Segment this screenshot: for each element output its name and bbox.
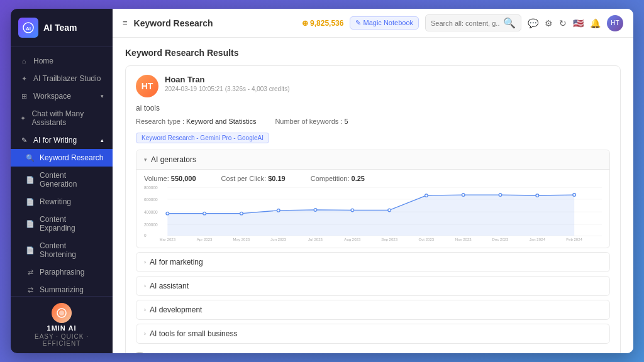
sidebar-item-paraphrasing-label: Paraphrasing [40, 268, 84, 277]
svg-marker-14 [167, 195, 574, 236]
svg-text:Mar 2023: Mar 2023 [160, 238, 176, 241]
settings-icon[interactable]: ⚙ [545, 18, 553, 28]
svg-point-20 [351, 209, 354, 212]
delete-label: Delete [147, 353, 167, 353]
content-gen-icon: 📄 [26, 176, 35, 184]
svg-point-26 [573, 194, 576, 197]
sidebar-item-chat-many-label: Chat with Many Assistants [31, 109, 104, 127]
keywords-value: 5 [344, 118, 348, 125]
sidebar-item-keyword-label: Keyword Research [40, 153, 103, 162]
credits-display: ⊕ 9,825,536 [302, 19, 344, 28]
sidebar-item-expanding-label: Content Expanding [40, 215, 104, 233]
chart-title: AI generators [151, 155, 196, 164]
menu-icon[interactable]: ≡ [123, 18, 128, 28]
delete-row[interactable]: Delete [136, 348, 610, 353]
svg-text:Aug 2023: Aug 2023 [344, 238, 361, 241]
flag-icon[interactable]: 🇺🇸 [573, 18, 584, 28]
svg-text:Feb 2024: Feb 2024 [566, 238, 582, 241]
workspace-chevron: ▾ [101, 93, 104, 99]
sidebar-item-content-gen[interactable]: 📄 Content Generation [11, 167, 113, 193]
content-shortening-icon: 📄 [26, 246, 35, 255]
page-title: Keyword Research Results [125, 48, 621, 58]
search-input[interactable] [431, 19, 500, 27]
sidebar-item-home[interactable]: ⌂ Home [11, 52, 113, 70]
sidebar-item-content-expanding[interactable]: 📄 Content Expanding [11, 211, 113, 237]
sidebar: AI AI Team ⌂ Home ✦ AI Trailblazer Studi… [11, 9, 113, 353]
summarizing-icon: ⇄ [26, 286, 35, 294]
collapsed-label-small-business: AI tools for small business [150, 329, 237, 338]
sidebar-item-summarizing[interactable]: ⇄ Summarizing [11, 281, 113, 296]
svg-text:Nov 2023: Nov 2023 [455, 238, 472, 241]
collapsed-header-ai-development[interactable]: › AI development [136, 300, 609, 319]
sidebar-section-writing[interactable]: ✎ AI for Writing ▴ [11, 131, 113, 149]
sidebar-item-trailblazer[interactable]: ✦ AI Trailblazer Studio [11, 70, 113, 87]
sidebar-item-chat-many[interactable]: ✦ Chat with Many Assistants [11, 105, 113, 131]
svg-text:May 2023: May 2023 [233, 238, 250, 241]
footer-tagline: EASY · QUICK · EFFICIENT [17, 333, 106, 347]
refresh-icon[interactable]: ↻ [559, 18, 567, 28]
sidebar-logo[interactable]: AI AI Team [11, 9, 113, 47]
trailblazer-icon: ✦ [19, 75, 28, 83]
sidebar-item-workspace-label: Workspace [33, 92, 71, 101]
svg-text:0: 0 [144, 233, 147, 238]
svg-point-18 [277, 209, 280, 212]
svg-point-21 [388, 209, 391, 212]
chart-chevron-icon: ▾ [144, 156, 147, 163]
content-expanding-icon: 📄 [26, 220, 35, 228]
svg-point-24 [499, 194, 502, 197]
collapsed-section-ai-development: › AI development [136, 300, 610, 320]
result-query: ai tools [136, 104, 610, 112]
magic-notebook-button[interactable]: ✎ Magic Notebook [350, 16, 419, 30]
sidebar-brand-title: AI Team [43, 23, 77, 33]
collapsed-label-assistant: AI assistant [150, 282, 189, 290]
collapsed-header-ai-small-business[interactable]: › AI tools for small business [136, 324, 609, 343]
chat-icon[interactable]: 💬 [528, 18, 538, 28]
result-username: Hoan Tran [165, 75, 610, 84]
svg-point-23 [462, 194, 465, 197]
user-avatar[interactable]: HT [607, 15, 623, 31]
sidebar-item-keyword-research[interactable]: 🔍 Keyword Research [11, 149, 113, 167]
home-icon: ⌂ [19, 57, 28, 65]
chart-section-ai-generators: ▾ AI generators Volume: 550,000 Cost per… [136, 150, 610, 248]
volume-value: 550,000 [171, 175, 196, 182]
svg-text:Apr 2023: Apr 2023 [197, 238, 213, 241]
sidebar-item-paraphrasing[interactable]: ⇄ Paraphrasing [11, 263, 113, 281]
writing-chevron: ▴ [101, 137, 104, 143]
writing-icon: ✎ [19, 136, 28, 145]
sidebar-item-content-shortening[interactable]: 📄 Content Shortening [11, 237, 113, 263]
svg-point-15 [166, 212, 169, 215]
topbar: ≡ Keyword Research ⊕ 9,825,536 ✎ Magic N… [113, 9, 633, 38]
sidebar-item-home-label: Home [33, 57, 53, 65]
collapsed-header-ai-assistant[interactable]: › AI assistant [136, 277, 609, 295]
collapsed-header-ai-marketing[interactable]: › AI for marketing [136, 253, 609, 272]
result-avatar: HT [136, 75, 158, 97]
result-meta: 2024-03-19 10:05:21 (3.326s - 4,003 cred… [165, 85, 610, 92]
collapsed-section-ai-marketing: › AI for marketing [136, 252, 610, 272]
sidebar-item-shortening-label: Content Shortening [40, 241, 104, 259]
sidebar-item-rewriting[interactable]: 📄 Rewriting [11, 193, 113, 211]
collapsed-label-marketing: AI for marketing [150, 258, 203, 266]
sidebar-item-workspace[interactable]: ⊞ Workspace ▾ [11, 87, 113, 105]
svg-text:200000: 200000 [144, 222, 158, 227]
result-header: HT Hoan Tran 2024-03-19 10:05:21 (3.326s… [136, 75, 610, 97]
collapsed-section-ai-small-business: › AI tools for small business [136, 324, 610, 344]
keyword-research-icon: 🔍 [26, 154, 35, 162]
chat-many-icon: ✦ [19, 114, 26, 123]
main-area: ≡ Keyword Research ⊕ 9,825,536 ✎ Magic N… [113, 9, 633, 353]
search-icon[interactable]: 🔍 [503, 17, 516, 29]
result-card: HT Hoan Tran 2024-03-19 10:05:21 (3.326s… [125, 65, 621, 353]
chart-section-header[interactable]: ▾ AI generators [136, 150, 609, 170]
svg-text:Dec 2023: Dec 2023 [492, 238, 509, 241]
delete-checkbox[interactable] [136, 353, 143, 353]
cpc-value: $0.19 [268, 175, 286, 182]
notification-icon[interactable]: 🔔 [590, 18, 601, 28]
svg-point-19 [314, 209, 317, 212]
content-area: Keyword Research Results HT Hoan Tran 20… [113, 38, 633, 353]
svg-text:Sep 2023: Sep 2023 [381, 238, 398, 241]
competition-value: 0.25 [352, 175, 365, 182]
svg-point-25 [536, 194, 539, 197]
search-box[interactable]: 🔍 [425, 14, 521, 31]
logo-icon: AI [18, 18, 38, 38]
svg-text:Jun 2023: Jun 2023 [270, 238, 287, 241]
collapsed-chevron-marketing: › [144, 259, 146, 265]
